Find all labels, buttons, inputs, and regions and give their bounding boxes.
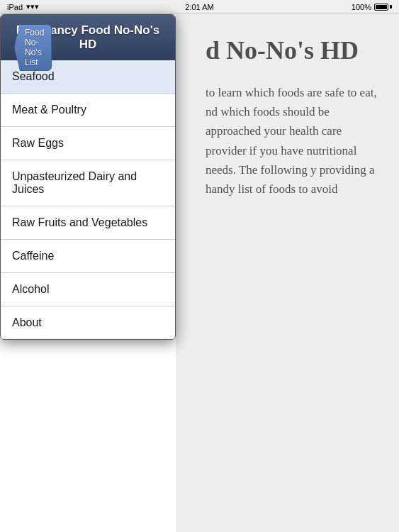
battery-icon: [374, 4, 392, 11]
sidebar-item-about[interactable]: About: [1, 306, 175, 339]
wifi-icon: ▾▾▾: [26, 2, 39, 11]
popover-arrow: [36, 14, 50, 15]
sidebar-item-raw-eggs[interactable]: Raw Eggs: [1, 127, 175, 160]
status-right: 100%: [352, 3, 392, 11]
sidebar-item-alcohol[interactable]: Alcohol: [1, 273, 175, 306]
status-bar: iPad ▾▾▾ 2:01 AM 100%: [0, 0, 399, 14]
popover-list: SeafoodMeat & PoultryRaw EggsUnpasteuriz…: [1, 60, 175, 339]
sidebar-item-caffeine[interactable]: Caffeine: [1, 240, 175, 273]
food-no-nos-list-button[interactable]: Food No-No's List: [14, 24, 52, 71]
popover-container: Pregnancy Food No-No's HD SeafoodMeat & …: [0, 14, 399, 532]
device-label: iPad: [7, 3, 23, 11]
popover-backdrop[interactable]: [176, 14, 399, 532]
status-time: 2:01 AM: [185, 3, 213, 11]
battery-percent: 100%: [352, 3, 371, 11]
sidebar-item-unpasteurized-dairy[interactable]: Unpasteurized Dairy and Juices: [1, 160, 175, 206]
status-left: iPad ▾▾▾: [7, 2, 39, 11]
sidebar-item-meat-poultry[interactable]: Meat & Poultry: [1, 94, 175, 127]
sidebar-item-raw-fruits-veg[interactable]: Raw Fruits and Vegetables: [1, 206, 175, 240]
